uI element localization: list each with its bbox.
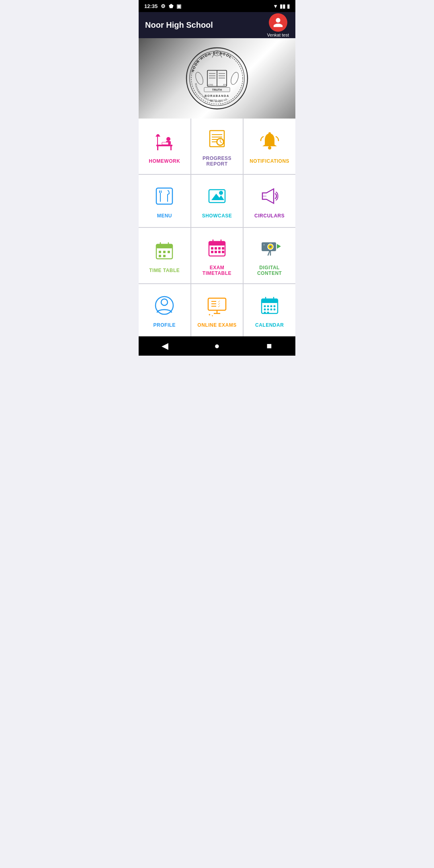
timetable-label: TIME TABLE <box>149 268 180 273</box>
svg-point-48 <box>219 191 223 195</box>
exam-timetable-label: EXAM TIMETABLE <box>203 265 231 276</box>
svg-rect-80 <box>208 298 226 310</box>
svg-text:✓: ✓ <box>218 305 221 308</box>
svg-point-97 <box>270 305 272 307</box>
svg-text:TRUTH: TRUTH <box>212 88 222 92</box>
app-title: Noor High School <box>145 20 213 30</box>
svg-rect-55 <box>163 251 166 253</box>
progress-report-label: PROGRESS REPORT <box>203 156 231 167</box>
menu-grid: HOMEWORK PROGRESS REPORT <box>139 119 295 336</box>
svg-marker-76 <box>277 244 281 249</box>
timetable-icon <box>151 238 177 264</box>
svg-rect-54 <box>159 251 161 253</box>
svg-text:LOVE: LOVE <box>208 84 213 86</box>
digital-content-button[interactable]: DIGITAL CONTENT <box>244 228 295 283</box>
status-icons-area: ▼ ▮▮ ▮ <box>273 3 290 9</box>
svg-rect-67 <box>211 251 213 253</box>
user-icon <box>272 17 284 28</box>
svg-rect-57 <box>159 255 161 257</box>
circulars-button[interactable]: CIRCULARS <box>244 175 295 227</box>
notifications-label: NOTIFICATIONS <box>250 158 289 164</box>
svg-text:NOOR HIGH SCHOOL: NOOR HIGH SCHOOL <box>190 51 233 73</box>
svg-point-98 <box>273 305 275 307</box>
svg-text:ESTD  1987: ESTD 1987 <box>210 99 223 102</box>
svg-line-74 <box>268 251 270 255</box>
svg-text:JOY: JOY <box>223 84 227 86</box>
svg-rect-25 <box>157 146 158 150</box>
svg-rect-92 <box>262 299 278 303</box>
showcase-button[interactable]: SHOWCASE <box>191 175 243 227</box>
avatar[interactable] <box>269 13 287 32</box>
battery-icon: ▮ <box>287 3 290 9</box>
app-bar: Noor High School Venkat test <box>139 12 295 38</box>
svg-point-102 <box>273 309 275 311</box>
svg-rect-58 <box>163 255 166 257</box>
svg-rect-69 <box>218 251 221 253</box>
menu-label: MENU <box>157 213 172 219</box>
svg-rect-26 <box>170 146 172 150</box>
svg-point-41 <box>268 146 271 149</box>
timetable-button[interactable]: TIME TABLE <box>139 228 190 283</box>
calendar-button[interactable]: CALENDAR <box>244 284 295 336</box>
notifications-icon <box>257 129 283 154</box>
svg-rect-68 <box>215 251 217 253</box>
bottom-nav: ◀ ● ■ <box>139 336 295 356</box>
shield-icon: ⬟ <box>169 3 173 9</box>
logo-banner: NOOR HIGH SCHOOL RAHAMATHNAGAR, HYD - 45… <box>139 38 295 119</box>
notifications-button[interactable]: NOTIFICATIONS <box>244 119 295 174</box>
circulars-label: CIRCULARS <box>254 213 285 219</box>
svg-point-73 <box>269 246 272 248</box>
menu-icon <box>151 183 177 209</box>
svg-rect-64 <box>215 247 217 250</box>
showcase-label: SHOWCASE <box>202 213 232 219</box>
calendar-label: CALENDAR <box>255 322 284 328</box>
svg-point-99 <box>264 309 266 311</box>
progress-report-button[interactable]: PROGRESS REPORT <box>191 119 243 174</box>
digital-content-label: DIGITAL CONTENT <box>257 265 282 276</box>
profile-icon <box>151 293 177 318</box>
online-exams-button[interactable]: ✓ ✓ ✓ ✦ ✦ ONLINE EXAMS <box>191 284 243 336</box>
svg-point-104 <box>267 312 269 314</box>
exam-timetable-icon <box>204 235 230 261</box>
svg-point-103 <box>264 312 266 314</box>
showcase-icon <box>204 183 230 209</box>
svg-text:✦: ✦ <box>208 313 211 317</box>
menu-button[interactable]: MENU <box>139 175 190 227</box>
digital-content-icon <box>257 235 283 261</box>
svg-text:✦: ✦ <box>211 315 213 317</box>
online-exams-icon: ✓ ✓ ✓ ✦ ✦ <box>204 293 230 318</box>
svg-rect-30 <box>162 142 168 145</box>
sim-icon: ▣ <box>176 3 181 9</box>
svg-rect-51 <box>156 244 172 248</box>
svg-marker-47 <box>211 194 224 200</box>
svg-point-79 <box>161 299 168 305</box>
circulars-icon <box>257 183 283 209</box>
recent-button[interactable]: ■ <box>257 338 281 354</box>
profile-area[interactable]: Venkat test <box>267 13 289 37</box>
svg-rect-60 <box>209 242 225 246</box>
svg-rect-66 <box>222 247 224 250</box>
back-button[interactable]: ◀ <box>153 338 177 354</box>
calendar-icon <box>257 293 283 318</box>
profile-button[interactable]: PROFILE <box>139 284 190 336</box>
status-time-area: 12:35 ⚙ ⬟ ▣ <box>144 3 181 9</box>
svg-rect-24 <box>156 145 172 146</box>
wifi-icon: ▼ <box>273 3 278 9</box>
svg-point-77 <box>263 244 265 246</box>
exam-timetable-button[interactable]: EXAM TIMETABLE <box>191 228 243 283</box>
svg-point-95 <box>264 305 266 307</box>
svg-rect-42 <box>156 188 172 204</box>
progress-report-icon <box>204 126 230 151</box>
homework-button[interactable]: HOMEWORK <box>139 119 190 174</box>
status-time: 12:35 <box>144 3 158 9</box>
svg-point-96 <box>267 305 269 307</box>
signal-icon: ▮▮ <box>280 3 285 9</box>
home-button[interactable]: ● <box>205 338 229 354</box>
svg-rect-65 <box>218 247 221 250</box>
school-logo: NOOR HIGH SCHOOL RAHAMATHNAGAR, HYD - 45… <box>185 46 249 111</box>
settings-icon: ⚙ <box>161 3 166 9</box>
svg-rect-56 <box>168 251 170 253</box>
svg-point-27 <box>166 137 170 141</box>
svg-rect-63 <box>211 247 213 250</box>
profile-label: PROFILE <box>154 322 176 328</box>
